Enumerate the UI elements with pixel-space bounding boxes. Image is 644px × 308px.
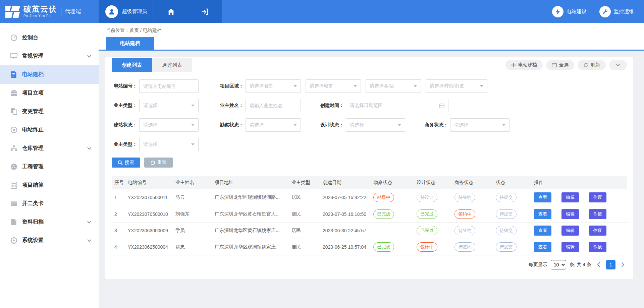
cell-owner-type: 居民 xyxy=(289,222,320,239)
tab-passed-list[interactable]: 通过列表 xyxy=(152,58,192,72)
header-nav-group: 超级管理员 xyxy=(99,0,222,23)
status-badge: 已完成 xyxy=(417,226,437,235)
view-button[interactable]: 查看 xyxy=(534,192,551,202)
owner-type2-select[interactable]: 请选择 xyxy=(139,138,199,151)
edit-button[interactable]: 编辑 xyxy=(561,192,579,202)
brand-title: 破茧云伏 xyxy=(23,5,57,13)
breadcrumb-path[interactable]: 首页 / 电站建档 xyxy=(129,27,162,33)
copy-pages-icon xyxy=(10,108,17,115)
sidebar-item-project-initiation[interactable]: 项目立项 xyxy=(0,84,99,102)
create-station-button[interactable]: 电站建档 xyxy=(505,60,543,70)
dashboard-icon xyxy=(10,34,17,42)
void-button[interactable]: 作废 xyxy=(589,192,606,202)
select-arrow-icon xyxy=(414,85,417,87)
monitor-icon xyxy=(10,53,17,60)
view-button[interactable]: 查看 xyxy=(534,242,551,252)
table-header-row: 序号 电站编号 业主姓名 项目地址 业主类型 创建日期 勘察状态 设计状态 商务… xyxy=(112,176,627,189)
search-button[interactable]: 搜索 xyxy=(112,158,140,168)
edit-button[interactable]: 编辑 xyxy=(561,242,579,252)
owner-name-label: 业主姓名： xyxy=(218,103,244,109)
refresh-button[interactable]: 刷新 xyxy=(578,60,606,70)
tab-create-list[interactable]: 创建列表 xyxy=(112,58,152,72)
business-status-select[interactable]: 请选择 xyxy=(450,118,509,132)
province-placeholder: 请选择省份 xyxy=(250,83,273,89)
sidebar-item-label: 电站终止 xyxy=(22,126,91,133)
fullscreen-button[interactable]: 全屏 xyxy=(546,60,574,70)
next-page-button[interactable] xyxy=(619,261,627,269)
status-badge: 待签约 xyxy=(454,226,475,235)
view-button[interactable]: 查看 xyxy=(534,226,551,236)
view-button[interactable]: 查看 xyxy=(534,209,551,219)
sidebar-item-data-archive[interactable]: 资料归档 xyxy=(0,213,99,231)
page-tab-station-archive[interactable]: 电站建档 xyxy=(106,37,154,50)
logo-divider xyxy=(61,7,61,16)
cell-owner-name: 学员 xyxy=(173,222,212,239)
filter-row-4: 业主类型： 请选择 xyxy=(112,138,627,151)
sidebar-item-label: 仓库管理 xyxy=(22,145,87,152)
status-badge: 待提交 xyxy=(496,242,517,252)
edit-button[interactable]: 编辑 xyxy=(561,226,579,236)
status-badge: 已完成 xyxy=(373,209,394,219)
sidebar-item-change-mgmt[interactable]: 变更管理 xyxy=(0,102,99,121)
sidebar-item-station-terminate[interactable]: 电站终止 xyxy=(0,121,99,139)
per-page-select[interactable]: 10 xyxy=(551,260,566,269)
region-label: 项目区域： xyxy=(218,83,244,89)
prev-page-button[interactable] xyxy=(595,261,603,269)
owner-name-input[interactable] xyxy=(246,99,301,112)
sidebar-item-general-mgmt[interactable]: 常规管理 xyxy=(0,47,99,65)
col-status: 状态 xyxy=(493,176,531,189)
cell-owner-type: 居民 xyxy=(289,189,320,206)
build-status-label: 建站状态： xyxy=(112,122,137,128)
col-created: 创建日期 xyxy=(320,176,371,189)
owner-type-select[interactable]: 请选择 xyxy=(139,99,199,112)
sidebar-item-warehouse-mgmt[interactable]: 仓库管理 xyxy=(0,139,99,158)
select-arrow-icon xyxy=(398,124,401,126)
search-icon xyxy=(118,160,123,165)
sidebar-item-station-archive[interactable]: 电站建档 xyxy=(0,65,99,84)
page-number-1[interactable]: 1 xyxy=(606,260,615,269)
sidebar-item-label: 电站建档 xyxy=(22,71,91,78)
cell-index: 1 xyxy=(112,189,125,206)
topbar: 当前位置：首页 / 电站建档 电站建档 xyxy=(99,23,644,51)
collapse-toolbar-button[interactable] xyxy=(609,60,627,70)
select-arrow-icon xyxy=(293,85,297,87)
sidebar-item-system-settings[interactable]: 系统设置 xyxy=(0,231,99,250)
sidebar-item-open-type2-card[interactable]: 开二类卡 xyxy=(0,194,99,213)
card-toolbar: 电站建档 全屏 刷新 xyxy=(505,60,627,70)
sidebar-item-label: 系统设置 xyxy=(22,237,87,244)
station-no-input[interactable] xyxy=(139,79,199,93)
sidebar-item-engineering-mgmt[interactable]: 工程管理 xyxy=(0,158,99,176)
logout-button[interactable] xyxy=(188,0,222,23)
sidebar-item-console[interactable]: 控制台 xyxy=(0,28,99,47)
build-status-select[interactable]: 请选择 xyxy=(139,118,199,132)
design-status-select[interactable]: 请选择 xyxy=(346,118,405,132)
void-button[interactable]: 作废 xyxy=(589,242,606,252)
nav-monitor-ops[interactable]: 监控运维 xyxy=(599,6,634,17)
pagination: 每页显示 10 条, 共 4 条 1 xyxy=(112,260,627,269)
city-select[interactable]: 请选择城市 xyxy=(306,79,361,93)
survey-status-select[interactable]: 请选择 xyxy=(246,118,301,132)
owner-type-label: 业主类型： xyxy=(112,103,137,109)
chevron-down-icon xyxy=(87,55,91,58)
total-count-text: 条, 共 4 条 xyxy=(570,262,591,268)
reset-button[interactable]: 重置 xyxy=(144,158,173,168)
nav-station-build[interactable]: 电站建设 xyxy=(552,6,587,17)
province-select[interactable]: 请选择省份 xyxy=(246,79,301,93)
home-button[interactable] xyxy=(154,0,188,23)
cell-created: 2023-06-30 22:45:57 xyxy=(320,222,371,239)
void-button[interactable]: 作废 xyxy=(589,209,606,219)
cell-station-no: YX2023063000009 xyxy=(125,222,173,239)
user-menu[interactable]: 超级管理员 xyxy=(99,0,154,23)
build-status-placeholder: 请选择 xyxy=(143,122,157,128)
sidebar-item-project-settlement[interactable]: 项目结算 xyxy=(0,176,99,194)
county-select[interactable]: 请选择县/区 xyxy=(366,79,421,93)
town-select[interactable]: 请选择村镇/街道 xyxy=(426,79,487,93)
edit-button[interactable]: 编辑 xyxy=(561,209,579,219)
void-button[interactable]: 作废 xyxy=(589,226,606,236)
date-range-input[interactable]: 请选择日期范围 xyxy=(346,99,448,112)
portal-label: 代理端 xyxy=(65,8,81,15)
col-owner-type: 业主类型 xyxy=(289,176,320,189)
status-badge: 待提交 xyxy=(496,209,517,219)
col-station-no: 电站编号 xyxy=(125,176,173,189)
table-row: 1 YX2023070500011 马云 广东深圳龙华区观澜镇观湖路... 居民… xyxy=(112,189,627,206)
